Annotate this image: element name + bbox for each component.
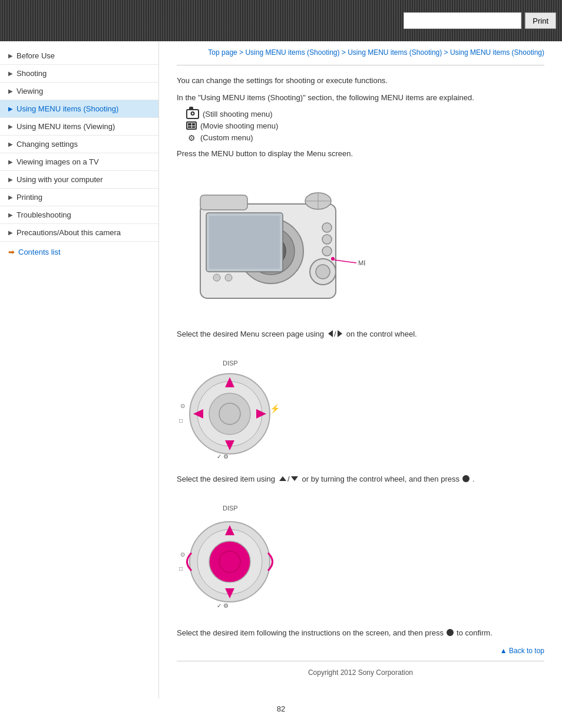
arrow-icon: ▶ xyxy=(8,106,13,112)
arrow-icon: ▶ xyxy=(8,52,13,59)
menu-list-item-movie: (Movie shooting menu) xyxy=(186,121,544,130)
svg-text:✓ ⚙: ✓ ⚙ xyxy=(217,602,229,609)
select-text-2: on the control wheel. xyxy=(346,330,417,338)
breadcrumb: Top page > Using MENU items (Shooting) >… xyxy=(177,47,544,58)
search-input[interactable] xyxy=(404,12,521,29)
confirm-circle-icon-2 xyxy=(447,629,454,636)
menu-list-item-custom: ⚙ (Custom menu) xyxy=(186,133,544,143)
arrow-icon: ▶ xyxy=(8,229,13,236)
sidebar-item-before-use[interactable]: ▶ Before Use xyxy=(0,47,158,65)
breadcrumb-using-menu-3[interactable]: Using MENU items (Shooting) xyxy=(450,48,544,57)
contents-list-link[interactable]: ➡ Contents list xyxy=(0,242,158,262)
sidebar-item-label: Changing settings xyxy=(16,140,78,149)
svg-text:DISP: DISP xyxy=(223,505,238,512)
sidebar-item-using-menu-viewing[interactable]: ▶ Using MENU items (Viewing) xyxy=(0,118,158,136)
svg-point-25 xyxy=(219,403,240,424)
arrow-icon: ▶ xyxy=(8,194,13,200)
footer-copyright: Copyright 2012 Sony Corporation xyxy=(177,661,544,680)
svg-text:□: □ xyxy=(179,417,183,424)
menu-list-item-still: (Still shooting menu) xyxy=(186,109,544,119)
svg-text:⊙: ⊙ xyxy=(180,403,185,409)
section-divider xyxy=(177,65,544,65)
sidebar-item-label: Using with your computer xyxy=(16,175,103,184)
svg-text:✓ ⚙: ✓ ⚙ xyxy=(217,453,229,460)
arrow-icon: ▶ xyxy=(8,176,13,183)
sidebar-item-label: Before Use xyxy=(16,51,55,60)
header: Print xyxy=(0,0,562,41)
breadcrumb-using-menu-2[interactable]: Using MENU items (Shooting) xyxy=(348,48,442,57)
svg-point-16 xyxy=(213,274,220,281)
sidebar-item-troubleshooting[interactable]: ▶ Troubleshooting xyxy=(0,206,158,224)
control-wheel-diagram-1: DISP ⊙ □ ✓ ⚙ xyxy=(177,355,283,463)
arrow-icon: ▶ xyxy=(8,141,13,147)
arrow-icon: ▶ xyxy=(8,159,13,165)
select-item-text-2: or by turning the control wheel, and the… xyxy=(302,475,459,483)
control-wheel-diagram-2: DISP ⊙ □ ✓ ⚙ xyxy=(177,500,283,617)
movie-grid-icon xyxy=(186,121,197,130)
svg-text:⊙: ⊙ xyxy=(180,551,185,558)
movie-menu-label: (Movie shooting menu) xyxy=(200,121,278,130)
custom-menu-label: (Custom menu) xyxy=(200,133,253,142)
custom-gear-icon: ⚙ xyxy=(186,133,197,143)
svg-point-38 xyxy=(219,551,240,572)
confirm-text-2: to confirm. xyxy=(457,628,492,637)
page-num-text: 82 xyxy=(277,704,285,713)
confirm-text-1: Select the desired item following the in… xyxy=(177,628,444,637)
arrow-icon: ▶ xyxy=(8,212,13,218)
up-triangle-icon xyxy=(279,476,286,481)
svg-point-20 xyxy=(331,257,335,261)
left-arrow-symbol: / xyxy=(328,330,342,338)
svg-text:⚡: ⚡ xyxy=(270,404,280,414)
svg-text:DISP: DISP xyxy=(223,360,238,367)
sidebar-item-viewing[interactable]: ▶ Viewing xyxy=(0,83,158,100)
svg-rect-7 xyxy=(209,216,280,269)
sidebar-item-viewing-images-tv[interactable]: ▶ Viewing images on a TV xyxy=(0,153,158,171)
sidebar-item-label: Printing xyxy=(16,193,42,202)
sidebar-item-using-with-computer[interactable]: ▶ Using with your computer xyxy=(0,171,158,189)
sidebar-item-using-menu-shooting[interactable]: ▶ Using MENU items (Shooting) xyxy=(0,100,158,118)
sidebar-item-label: Viewing xyxy=(16,87,43,95)
sidebar: ▶ Before Use ▶ Shooting ▶ Viewing ▶ Usin… xyxy=(0,41,159,699)
print-button[interactable]: Print xyxy=(525,12,556,29)
breadcrumb-using-menu-1[interactable]: Using MENU items (Shooting) xyxy=(245,48,339,57)
back-to-top: ▲ Back to top xyxy=(177,647,544,655)
sidebar-item-label: Precautions/About this camera xyxy=(16,228,121,237)
press-menu-text: Press the MENU button to display the Men… xyxy=(177,149,544,158)
menu-list: (Still shooting menu) (Movie shooting me… xyxy=(186,109,544,143)
sidebar-item-printing[interactable]: ▶ Printing xyxy=(0,189,158,206)
right-triangle-icon xyxy=(338,330,342,337)
arrow-icon: ▶ xyxy=(8,88,13,94)
sidebar-item-shooting[interactable]: ▶ Shooting xyxy=(0,65,158,83)
svg-point-12 xyxy=(322,235,332,244)
sidebar-item-label: Troubleshooting xyxy=(16,210,71,219)
search-area: Print xyxy=(404,12,556,29)
up-down-arrows: / xyxy=(279,475,298,483)
sidebar-item-label: Shooting xyxy=(16,69,47,78)
main-content: Top page > Using MENU items (Shooting) >… xyxy=(159,41,562,699)
left-triangle-icon xyxy=(328,330,333,337)
breadcrumb-top[interactable]: Top page xyxy=(208,48,237,57)
still-camera-icon xyxy=(186,109,199,119)
sidebar-item-changing-settings[interactable]: ▶ Changing settings xyxy=(0,136,158,153)
svg-rect-1 xyxy=(200,195,247,210)
camera-diagram: MENU xyxy=(177,174,365,316)
page-layout: ▶ Before Use ▶ Shooting ▶ Viewing ▶ Usin… xyxy=(0,41,562,699)
copyright-text: Copyright 2012 Sony Corporation xyxy=(308,668,413,677)
svg-point-13 xyxy=(322,246,332,256)
select-page-text: Select the desired Menu screen page usin… xyxy=(177,330,544,338)
confirm-text: Select the desired item following the in… xyxy=(177,628,544,637)
contents-arrow-icon: ➡ xyxy=(8,248,15,256)
select-item-text-1: Select the desired item using xyxy=(177,475,275,483)
confirm-circle-icon xyxy=(462,475,470,482)
back-to-top-link[interactable]: ▲ Back to top xyxy=(500,647,544,655)
arrow-icon: ▶ xyxy=(8,70,13,77)
contents-list-label: Contents list xyxy=(18,248,61,256)
svg-line-18 xyxy=(335,260,356,263)
svg-text:□: □ xyxy=(179,565,183,572)
down-triangle-icon xyxy=(291,476,298,481)
still-menu-label: (Still shooting menu) xyxy=(203,110,273,118)
sidebar-item-precautions[interactable]: ▶ Precautions/About this camera xyxy=(0,224,158,242)
arrow-icon: ▶ xyxy=(8,123,13,130)
intro-text-2: In the "Using MENU items (Shooting)" sec… xyxy=(177,92,544,104)
sidebar-item-label: Using MENU items (Shooting) xyxy=(16,104,118,113)
